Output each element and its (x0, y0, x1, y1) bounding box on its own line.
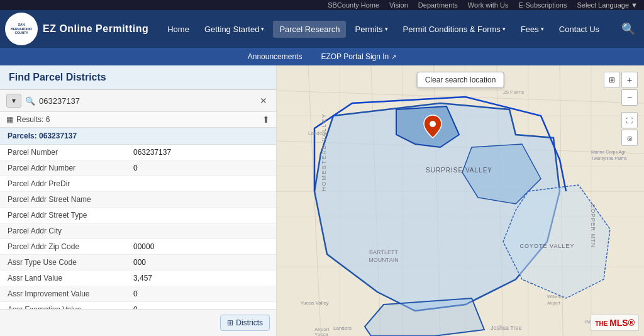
row-label: Parcel Addr Zip Code (0, 239, 126, 255)
results-scroll[interactable]: Parcels: 063237137 Parcel Number 0632371… (0, 128, 276, 309)
row-label: Parcel Addr City (0, 223, 126, 239)
results-count-label: Results: 6 (16, 115, 50, 124)
fullscreen-button[interactable]: ⛶ (621, 112, 638, 128)
utility-link-e-subscriptions[interactable]: E-Subscriptions (518, 1, 567, 9)
svg-text:Yucca Valley: Yucca Valley (300, 300, 328, 306)
results-bar: ▦ Results: 6 ⬆ (0, 112, 276, 128)
row-value: 000 (126, 255, 276, 271)
utility-link-work-with-us[interactable]: Work with Us (468, 1, 509, 9)
svg-text:SURPRISE VALLEY: SURPRISE VALLEY (426, 167, 492, 174)
external-link-icon: ↗ (391, 53, 396, 60)
row-label: Assr Type Use Code (0, 255, 126, 271)
chevron-down-icon: ▾ (385, 26, 388, 32)
district-btn-label: Districts (236, 318, 263, 327)
row-label: Assr Exemption Value (0, 302, 126, 310)
table-row: Parcel Addr City (0, 223, 276, 239)
clear-search-icon[interactable]: ✕ (257, 94, 270, 107)
chevron-down-icon: ▾ (261, 26, 264, 32)
select-language[interactable]: Select Language ▼ (577, 1, 638, 9)
clear-search-location-button[interactable]: Clear search location (417, 72, 504, 88)
row-label: Parcel Addr Number (0, 160, 126, 176)
svg-text:Landers: Landers (333, 325, 352, 331)
nav-link-parcel-research[interactable]: Parcel Research (273, 21, 346, 38)
district-icon: ⊞ (227, 318, 233, 327)
logo-area: SAN BERNARDINOCOUNTY EZ Online Permittin… (5, 13, 148, 45)
nav-link-contact-us[interactable]: Contact Us (553, 21, 606, 38)
svg-text:Twentynine Palms: Twentynine Palms (591, 156, 627, 161)
svg-text:Yucca: Yucca (314, 332, 328, 336)
svg-text:Landers: Landers (308, 130, 326, 136)
table-row: Assr Exemption Value 0 (0, 302, 276, 310)
table-row: Assr Type Use Code 000 (0, 255, 276, 271)
row-value: 00000 (126, 239, 276, 255)
row-value (126, 208, 276, 223)
table-row: Parcel Addr Number 0 (0, 160, 276, 176)
nav-link-home[interactable]: Home (161, 21, 196, 38)
utility-link-vision[interactable]: Vision (389, 1, 408, 9)
district-button[interactable]: ⊞ Districts (220, 315, 270, 331)
table-row: Parcel Addr Street Type (0, 208, 276, 223)
county-logo: SAN BERNARDINOCOUNTY (5, 13, 38, 45)
utility-link-departments[interactable]: Departments (418, 1, 458, 9)
watermark-mls: MLS® (609, 318, 635, 328)
results-count: ▦ Results: 6 (6, 115, 50, 124)
export-icon[interactable]: ⬆ (262, 115, 270, 125)
row-label: Parcel Addr Street Type (0, 208, 126, 223)
svg-text:Joshua Tree: Joshua Tree (491, 325, 522, 331)
nav-link-permit-conditions-forms[interactable]: Permit Conditions & Forms ▾ (397, 21, 512, 38)
svg-text:Airport: Airport (314, 327, 330, 332)
search-input[interactable] (39, 96, 253, 106)
search-icon: 🔍 (25, 96, 35, 106)
row-value (126, 192, 276, 208)
svg-text:Airport: Airport (547, 301, 560, 306)
search-dropdown-toggle[interactable]: ▾ (6, 94, 21, 108)
chevron-down-icon: ▾ (502, 26, 506, 32)
row-label: Parcel Addr PreDir (0, 176, 126, 192)
zoom-out-button[interactable]: − (621, 89, 638, 106)
nav-link-permits[interactable]: Permits ▾ (348, 21, 394, 38)
location-button[interactable]: ◎ (621, 130, 638, 146)
svg-point-41 (430, 121, 436, 127)
row-value: 3,457 (126, 271, 276, 286)
announcements-link[interactable]: Announcements (248, 52, 303, 61)
parcels-header: Parcels: 063237137 (0, 128, 276, 145)
map-svg: HOMESTEAD VALLEY SURPRISE VALLEY COYOTE … (277, 65, 644, 336)
nav-links: Home Getting Started ▾ Parcel Research P… (161, 21, 618, 38)
app-title: EZ Online Permitting (43, 23, 148, 35)
svg-text:29 Palms: 29 Palms (503, 89, 524, 95)
map-layers-button[interactable]: ⊞ (604, 72, 620, 88)
main-nav: SAN BERNARDINOCOUNTY EZ Online Permittin… (0, 10, 644, 48)
table-row: Parcel Addr Street Name (0, 192, 276, 208)
svg-text:Marine Corps Agr: Marine Corps Agr (591, 150, 626, 155)
svg-text:COYOTE VALLEY: COYOTE VALLEY (520, 243, 575, 249)
row-value: 063237137 (126, 145, 276, 160)
row-label: Parcel Addr Street Name (0, 192, 126, 208)
table-row: Parcel Number 063237137 (0, 145, 276, 160)
utility-link-sbcounty-home[interactable]: SBCounty Home (328, 1, 379, 9)
content-area: Find Parcel Districts ▾ 🔍 ✕ ▦ Results: 6… (0, 65, 644, 336)
svg-text:BARTLETT: BARTLETT (369, 249, 398, 255)
table-row: Assr Improvement Value 0 (0, 286, 276, 302)
table-row: Assr Land Value 3,457 (0, 271, 276, 286)
row-label: Assr Land Value (0, 271, 126, 286)
row-label: Assr Improvement Value (0, 286, 126, 302)
map-watermark: THE MLS® (591, 315, 639, 331)
svg-text:HOMESTEAD VALLEY: HOMESTEAD VALLEY (321, 113, 327, 191)
map-area[interactable]: HOMESTEAD VALLEY SURPRISE VALLEY COYOTE … (277, 65, 644, 336)
map-background: HOMESTEAD VALLEY SURPRISE VALLEY COYOTE … (277, 65, 644, 336)
row-value: 0 (126, 302, 276, 310)
row-value: 0 (126, 286, 276, 302)
table-row: Parcel Addr PreDir (0, 176, 276, 192)
global-search-icon[interactable]: 🔍 (618, 18, 639, 40)
search-bar: ▾ 🔍 ✕ (0, 90, 276, 112)
nav-link-getting-started[interactable]: Getting Started ▾ (198, 21, 270, 38)
table-row: Parcel Addr Zip Code 00000 (0, 239, 276, 255)
utility-bar: SBCounty Home Vision Departments Work wi… (0, 0, 644, 10)
panel-header: Find Parcel Districts (0, 65, 276, 90)
watermark-the: THE (595, 320, 608, 327)
nav-link-fees[interactable]: Fees ▾ (514, 21, 550, 38)
ezop-portal-link[interactable]: EZOP Portal Sign In ↗ (321, 52, 396, 61)
svg-text:COPPER MTN: COPPER MTN (590, 204, 596, 248)
svg-text:MOUNTAIN: MOUNTAIN (369, 257, 398, 263)
zoom-in-button[interactable]: + (621, 72, 638, 88)
